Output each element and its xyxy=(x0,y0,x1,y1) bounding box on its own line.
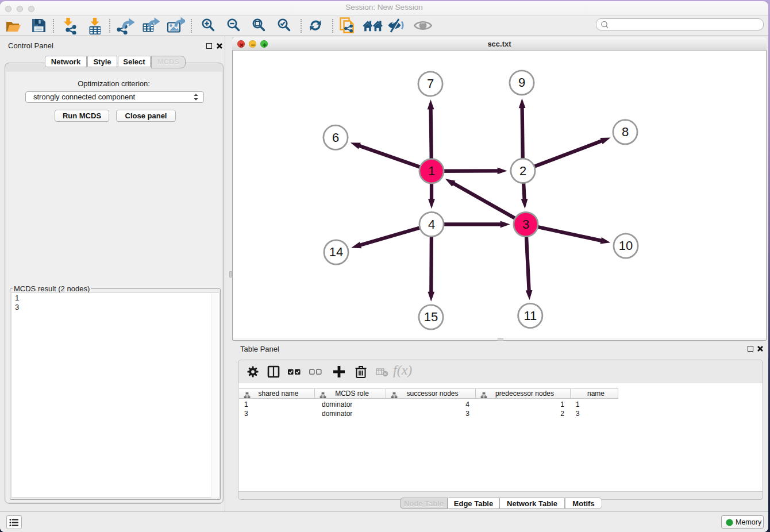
svg-text:7: 7 xyxy=(427,76,434,91)
svg-text:9: 9 xyxy=(518,75,525,90)
svg-text:2: 2 xyxy=(519,164,526,178)
svg-text:1: 1 xyxy=(428,164,435,178)
svg-text:10: 10 xyxy=(619,238,633,253)
svg-text:14: 14 xyxy=(329,245,343,259)
svg-text:4: 4 xyxy=(428,217,435,232)
svg-text:8: 8 xyxy=(622,125,629,139)
svg-text:3: 3 xyxy=(522,217,529,232)
svg-text:6: 6 xyxy=(332,130,339,145)
svg-text:15: 15 xyxy=(424,310,438,324)
svg-text:11: 11 xyxy=(523,309,537,323)
